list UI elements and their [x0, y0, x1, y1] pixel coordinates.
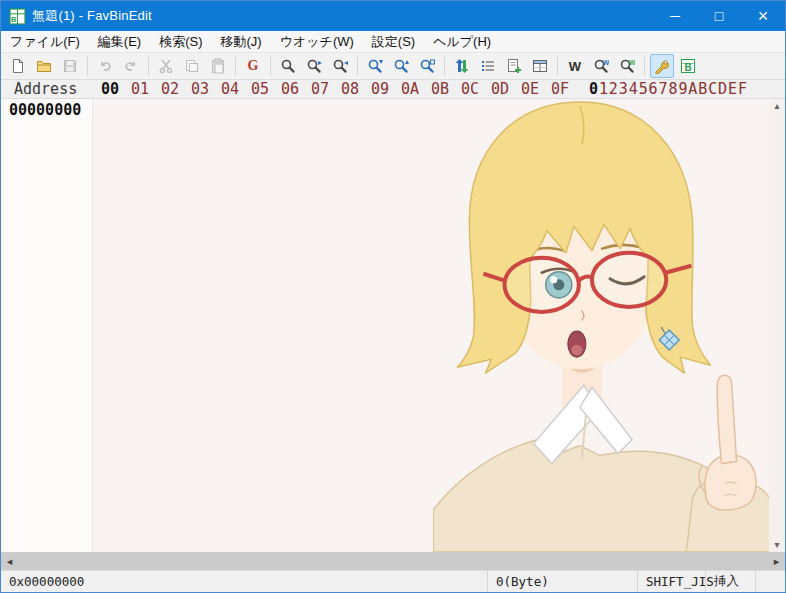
toolbar-separator: [148, 57, 149, 75]
toolbar-save-file[interactable]: [58, 54, 82, 78]
status-cursor-position: 0x00000000: [1, 571, 487, 592]
resize-grip[interactable]: [755, 571, 785, 592]
undo-icon: [97, 58, 113, 74]
status-bar: 0x00000000 0(Byte) SHIFT_JIS 挿入: [1, 570, 785, 592]
hex-offset-01: 01: [131, 80, 161, 98]
paste-icon: [210, 58, 226, 74]
toolbar-cut[interactable]: [154, 54, 178, 78]
status-file-size: 0(Byte): [487, 571, 637, 592]
minimize-button[interactable]: ─: [653, 1, 697, 31]
menu-edit[interactable]: 編集(E): [89, 31, 150, 52]
search-prev-icon: [332, 58, 348, 74]
toolbar-open-file[interactable]: [32, 54, 56, 78]
watch-list-icon: [480, 58, 496, 74]
ascii-active-column: 0: [589, 80, 599, 98]
toolbar-settings-wrench[interactable]: [650, 54, 674, 78]
hex-offset-0C: 0C: [461, 80, 491, 98]
hex-offset-0A: 0A: [401, 80, 431, 98]
menu-settings[interactable]: 設定(S): [363, 31, 424, 52]
menu-watch[interactable]: ウオッチ(W): [271, 31, 363, 52]
hex-offset-02: 02: [161, 80, 191, 98]
menu-file[interactable]: ファイル(F): [1, 31, 89, 52]
window-title: 無題(1) - FavBinEdit: [32, 7, 152, 25]
toolbar-watch-find[interactable]: W: [589, 54, 613, 78]
hex-editor-area[interactable]: 00000000: [1, 99, 785, 552]
toolbar-find-next[interactable]: [302, 54, 326, 78]
watch-window-icon: [532, 58, 548, 74]
address-gutter: 00000000: [1, 99, 93, 552]
hex-offset-05: 05: [251, 80, 281, 98]
open-folder-icon: [36, 58, 52, 74]
hex-column-header: Address 00 01 02 03 04 05 06 07 08 09 0A…: [1, 80, 785, 99]
watch-search-icon: W: [593, 58, 609, 74]
toolbar-separator: [235, 57, 236, 75]
close-button[interactable]: ×: [741, 1, 785, 31]
toolbar-redo[interactable]: [119, 54, 143, 78]
new-file-icon: [10, 58, 26, 74]
title-bar: B 無題(1) - FavBinEdit ─ □ ×: [1, 1, 785, 31]
toolbar-separator: [557, 57, 558, 75]
search-down-icon: [367, 58, 383, 74]
search-select-icon: [419, 58, 435, 74]
hex-offset-0B: 0B: [431, 80, 461, 98]
toolbar-find[interactable]: [276, 54, 300, 78]
menu-search[interactable]: 検索(S): [150, 31, 211, 52]
toolbar-search-up[interactable]: [389, 54, 413, 78]
toolbar-undo[interactable]: [93, 54, 117, 78]
hex-offset-06: 06: [281, 80, 311, 98]
hex-offset-0F: 0F: [551, 80, 581, 98]
search-up-icon: [393, 58, 409, 74]
toolbar-find-prev[interactable]: [328, 54, 352, 78]
toolbar-watch-find-next[interactable]: W: [615, 54, 639, 78]
menu-move[interactable]: 移動(J): [212, 31, 271, 52]
jump-g-icon: G: [248, 58, 259, 74]
toolbar-paste[interactable]: [206, 54, 230, 78]
watch-search-next-icon: W: [619, 58, 635, 74]
wrench-icon: [654, 58, 670, 74]
hex-offset-headers: 00 01 02 03 04 05 06 07 08 09 0A 0B 0C 0…: [101, 80, 581, 98]
hex-offset-0E: 0E: [521, 80, 551, 98]
hex-offset-09: 09: [371, 80, 401, 98]
ascii-column-header: 0123456789ABCDEF: [589, 80, 748, 98]
toolbar-new-file[interactable]: [6, 54, 30, 78]
save-icon: [62, 58, 78, 74]
scroll-down-icon[interactable]: ▾: [774, 538, 779, 552]
toolbar-swap-bytes[interactable]: [450, 54, 474, 78]
scroll-up-icon[interactable]: ▴: [774, 99, 779, 113]
swap-arrows-icon: [454, 58, 470, 74]
horizontal-scrollbar-track[interactable]: [18, 552, 768, 570]
app-icon: B: [9, 8, 26, 25]
svg-text:W: W: [629, 59, 635, 66]
hex-offset-04: 04: [221, 80, 251, 98]
toolbar-binary-mode[interactable]: B: [676, 54, 700, 78]
toolbar-separator: [87, 57, 88, 75]
maximize-button[interactable]: □: [697, 1, 741, 31]
toolbar-copy[interactable]: [180, 54, 204, 78]
add-watch-icon: [506, 58, 522, 74]
vertical-scrollbar[interactable]: ▴ ▾: [769, 99, 785, 552]
toolbar-jump-address[interactable]: G: [241, 54, 265, 78]
scroll-left-icon[interactable]: ◂: [1, 552, 18, 570]
binary-b-icon: B: [680, 58, 696, 74]
status-insert-mode: 挿入: [705, 571, 755, 592]
search-icon: [280, 58, 296, 74]
mascot-image: [433, 100, 785, 552]
toolbar-search-select[interactable]: [415, 54, 439, 78]
toolbar-add-watch[interactable]: [502, 54, 526, 78]
watch-w-icon: W: [569, 59, 581, 74]
hex-offset-08: 08: [341, 80, 371, 98]
scroll-right-icon[interactable]: ▸: [768, 552, 785, 570]
svg-text:B: B: [684, 62, 691, 73]
toolbar-separator: [444, 57, 445, 75]
toolbar-search-down[interactable]: [363, 54, 387, 78]
toolbar-watch-list[interactable]: [476, 54, 500, 78]
toolbar-watch[interactable]: W: [563, 54, 587, 78]
menu-help[interactable]: ヘルプ(H): [424, 31, 500, 52]
horizontal-scrollbar[interactable]: ◂ ▸: [1, 552, 785, 570]
search-next-icon: [306, 58, 322, 74]
toolbar-watch-window[interactable]: [528, 54, 552, 78]
favbinedit-window: B 無題(1) - FavBinEdit ─ □ × ファイル(F) 編集(E)…: [0, 0, 786, 593]
copy-icon: [184, 58, 200, 74]
menu-bar: ファイル(F) 編集(E) 検索(S) 移動(J) ウオッチ(W) 設定(S) …: [1, 31, 785, 53]
ascii-rest-columns: 123456789ABCDEF: [599, 80, 748, 98]
